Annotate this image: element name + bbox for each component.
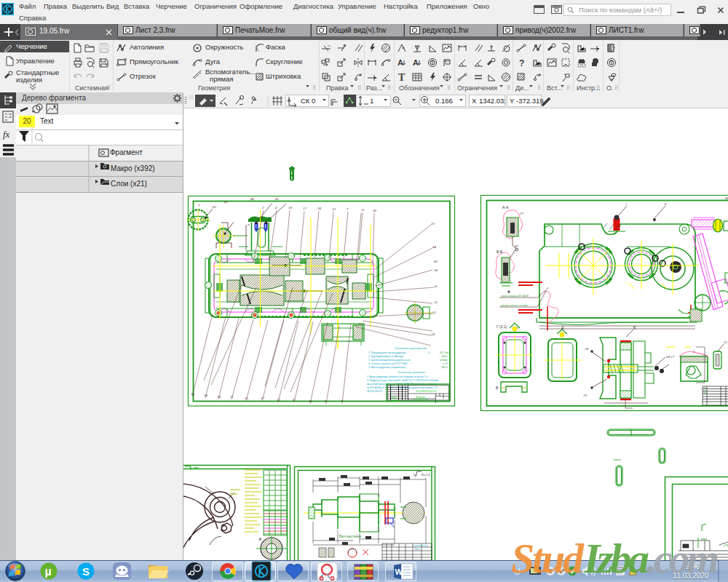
- svg-text:Вал-шестерня: Вал-шестерня: [339, 535, 361, 538]
- svg-text:ИУЛт 4.20: ИУЛт 4.20: [437, 401, 446, 403]
- svg-text:ст. 8: ст. 8: [443, 362, 448, 365]
- svg-text:47: 47: [515, 244, 519, 248]
- svg-text:38.101.413-97: 38.101.413-97: [367, 390, 382, 393]
- svg-text:21: 21: [309, 399, 312, 403]
- svg-text:45: 45: [275, 197, 280, 201]
- svg-text:18: 18: [204, 394, 208, 397]
- svg-text:23: 23: [431, 222, 435, 226]
- svg-text:11: 11: [361, 208, 365, 212]
- svg-text:Stud: Stud: [511, 535, 585, 582]
- svg-text:уровень масла не ниже: уровень масла не ниже: [501, 304, 528, 307]
- svg-text:13: 13: [332, 207, 336, 211]
- svg-text:22: 22: [724, 340, 728, 344]
- svg-text:42: 42: [434, 260, 438, 263]
- svg-text:4. Степень точности по ГОСТ 16: 4. Степень точности по ГОСТ 1643: [368, 362, 407, 365]
- svg-text:Б-Б: Б-Б: [496, 250, 503, 254]
- svg-text:52: 52: [432, 311, 437, 314]
- svg-text:об/мин: об/мин: [440, 359, 448, 362]
- svg-text:11: 11: [230, 395, 234, 399]
- svg-text:Ra 1,6: Ra 1,6: [422, 473, 431, 477]
- svg-text:2. Редуктор залить маслом И-Г-: 2. Редуктор залить маслом И-Г-А-68 ГОСТ …: [367, 379, 438, 382]
- svg-text:15: 15: [245, 396, 249, 400]
- svg-text:W: W: [395, 567, 403, 576]
- svg-text:27: 27: [520, 212, 524, 215]
- svg-text:44: 44: [432, 245, 437, 249]
- svg-text:Г (2:1): Г (2:1): [496, 324, 507, 329]
- svg-text:1. Валы редуктора обкатать без: 1. Валы редуктора обкатать без нагрузки …: [367, 375, 428, 378]
- svg-text:38: 38: [434, 268, 438, 272]
- svg-text:Izba: Izba: [583, 535, 649, 582]
- svg-text:цилиндрический: цилиндрический: [413, 398, 428, 401]
- svg-text:182 кг: 182 кг: [441, 366, 448, 369]
- svg-text:20: 20: [317, 207, 322, 210]
- svg-text:25: 25: [434, 300, 438, 304]
- svg-text:20,7 кчⅡ: 20,7 кчⅡ: [440, 351, 448, 354]
- svg-text:Техническая характеристика: Техническая характеристика: [395, 347, 427, 350]
- svg-text:24: 24: [431, 332, 435, 336]
- svg-text:Ж: Ж: [258, 537, 262, 541]
- svg-text:19: 19: [583, 394, 587, 397]
- svg-text:4b: 4b: [725, 196, 728, 200]
- svg-text:Редуктор: Редуктор: [416, 396, 425, 399]
- svg-text:5. Масса редуктора (справочная: 5. Масса редуктора (справочная): [368, 366, 405, 369]
- svg-text:40: 40: [250, 197, 255, 201]
- svg-text:смазка жидкая И-Г-А-68: смазка жидкая И-Г-А-68: [501, 295, 529, 298]
- svg-text:Вал: Вал: [415, 548, 419, 551]
- svg-text:26: 26: [373, 209, 377, 212]
- svg-text:2. Крутящий момент на Выходе: 2. Крутящий момент на Выходе: [368, 355, 404, 358]
- svg-text:S: S: [82, 565, 90, 578]
- svg-text:41: 41: [224, 200, 228, 204]
- svg-text:16: 16: [191, 392, 195, 396]
- svg-text:17: 17: [303, 207, 307, 210]
- svg-text:14: 14: [217, 395, 221, 399]
- svg-text:3. Частота вращения выходного: 3. Частота вращения выходного вала: [368, 359, 411, 362]
- svg-text:24 17: 24 17: [666, 355, 675, 359]
- svg-text:fx: fx: [3, 129, 10, 140]
- svg-text:14: 14: [585, 347, 589, 351]
- svg-text:кН·м: кН·м: [442, 355, 448, 358]
- svg-text:1: 1: [625, 202, 628, 206]
- svg-text:.com: .com: [646, 535, 719, 582]
- svg-text:12: 12: [277, 398, 281, 402]
- svg-text:1. Передаточное число редуктор: 1. Передаточное число редуктора: [368, 351, 406, 354]
- svg-text:35: 35: [434, 284, 438, 288]
- svg-text:А-А: А-А: [502, 205, 509, 210]
- svg-text:Технические требования: Технические требования: [397, 371, 425, 374]
- svg-text:µ: µ: [45, 565, 52, 578]
- svg-text:19.05.ВКР.00.00 СБ: 19.05.ВКР.00.00 СБ: [416, 390, 437, 393]
- svg-text:62: 62: [213, 205, 217, 209]
- svg-text:10: 10: [288, 206, 293, 210]
- svg-text:17: 17: [261, 396, 265, 400]
